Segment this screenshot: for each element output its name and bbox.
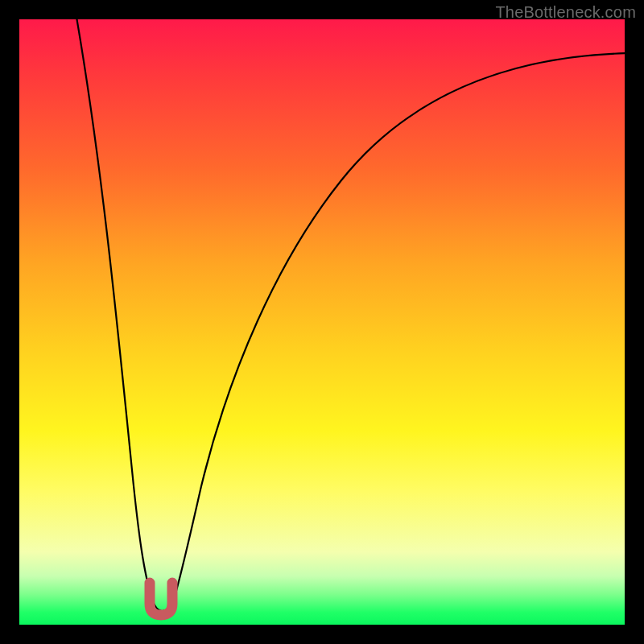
- curve-path: [74, 19, 625, 611]
- bottleneck-curve: [19, 19, 625, 625]
- minimum-marker: [150, 583, 172, 615]
- chart-area: [19, 19, 625, 625]
- watermark-text: TheBottleneck.com: [495, 3, 636, 22]
